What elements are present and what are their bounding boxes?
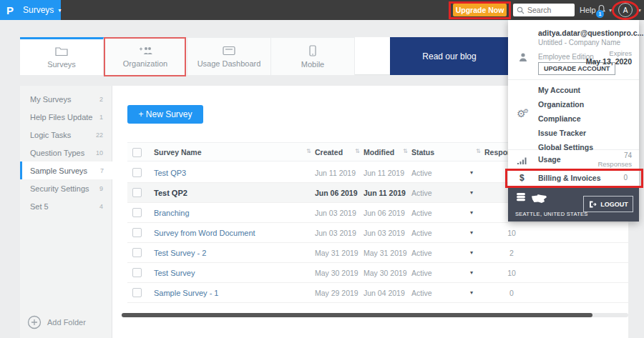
header-modified[interactable]: Modified [364, 148, 394, 156]
row-checkbox[interactable] [132, 188, 142, 197]
scrollbar-thumb[interactable] [122, 313, 592, 317]
row-checkbox[interactable] [132, 268, 142, 277]
product-menu[interactable]: P Surveys ▾ [0, 0, 61, 20]
dashboard-icon [223, 46, 235, 56]
row-checkbox[interactable] [132, 228, 142, 237]
top-bar: P Surveys ▾ Upgrade Now Help 1 ▾ A ▾ [0, 0, 644, 20]
table-row[interactable]: Sample Survey - 1 May 29 2019 Jun 04 201… [127, 283, 628, 303]
read-our-blog-button[interactable]: Read our blog [390, 37, 509, 75]
folder-count: 22 [96, 131, 103, 139]
status-value: Active [411, 249, 432, 257]
status-dropdown-caret[interactable]: ▾ [470, 269, 473, 276]
status-dropdown-caret[interactable]: ▾ [470, 209, 473, 216]
response-count: 0 [496, 289, 527, 297]
tab-label: Organization [123, 59, 167, 68]
new-survey-button[interactable]: + New Survey [127, 105, 203, 124]
folder-list: My Surveys 2 Help Files Update 1 Logic T… [20, 86, 112, 215]
bar-chart-icon [517, 156, 528, 165]
search-input[interactable] [527, 6, 572, 14]
status-dropdown-caret[interactable]: ▾ [470, 169, 473, 176]
chevron-down-icon[interactable]: ▾ [638, 7, 641, 14]
row-checkbox[interactable] [132, 168, 142, 177]
add-folder-button[interactable]: Add Folder [27, 315, 86, 329]
status-value: Active [411, 229, 432, 237]
header-status[interactable]: Status [411, 148, 434, 156]
table-row[interactable]: Survey from Word Document Jun 03 2019 Ju… [127, 223, 628, 243]
logout-icon [588, 200, 597, 209]
account-menu-item-my-account[interactable]: My Account [508, 83, 639, 97]
row-checkbox[interactable] [132, 248, 142, 257]
survey-name-link[interactable]: Test Survey [154, 269, 195, 277]
account-menu-item-issue-tracker[interactable]: Issue Tracker [508, 126, 639, 140]
billing-invoices-menu-item[interactable]: $ Billing & Invoices 0 [508, 170, 639, 188]
status-value: Active [411, 169, 432, 177]
logout-button[interactable]: LOGOUT [583, 196, 633, 212]
modified-date: Jun 11 2019 [364, 189, 406, 197]
response-count: 2 [496, 249, 527, 257]
survey-name-link[interactable]: Sample Survey - 1 [154, 289, 218, 297]
help-link[interactable]: Help [580, 6, 596, 14]
account-company: Untitled - Company Name [538, 39, 620, 46]
table-row[interactable]: Test Survey May 30 2019 May 30 2019 Acti… [127, 263, 628, 283]
sort-icon[interactable]: ⇅ [355, 148, 360, 154]
status-dropdown-caret[interactable]: ▾ [470, 229, 473, 236]
folder-label: Help Files Update [30, 113, 92, 121]
row-checkbox[interactable] [132, 208, 142, 217]
modified-date: Jun 03 2019 [364, 229, 405, 237]
avatar[interactable]: A [618, 3, 633, 17]
status-dropdown-caret[interactable]: ▾ [470, 249, 473, 256]
folder-icon [55, 46, 68, 56]
questionpro-logo: P [6, 4, 14, 16]
sort-icon[interactable]: ⇅ [476, 148, 481, 154]
survey-name-link[interactable]: Survey from Word Document [154, 229, 255, 237]
dollar-icon: $ [519, 173, 525, 183]
folder-label: My Surveys [30, 95, 71, 104]
survey-name-link[interactable]: Test QP3 [154, 169, 186, 177]
chevron-down-icon: ▾ [58, 7, 61, 14]
sidebar-folder-item[interactable]: Set 5 4 [20, 197, 112, 215]
folder-count: 7 [100, 167, 104, 174]
status-dropdown-caret[interactable]: ▾ [470, 189, 473, 196]
modified-date: Jun 06 2019 [364, 209, 405, 217]
status-dropdown-caret[interactable]: ▾ [470, 289, 473, 296]
sidebar-folder-item[interactable]: Question Types 10 [20, 144, 112, 161]
circle-plus-icon [27, 315, 42, 329]
modified-date: Jun 11 2019 [364, 169, 404, 177]
search-box[interactable] [513, 4, 575, 16]
sidebar-folder-item[interactable]: Help Files Update 1 [20, 108, 112, 126]
tab-organization[interactable]: Organization [104, 37, 187, 75]
sort-icon[interactable]: ⇅ [306, 148, 311, 154]
notification-count-badge: 1 [596, 10, 604, 18]
table-row[interactable]: Test Survey - 2 May 31 2019 May 31 2019 … [127, 243, 628, 263]
logout-label: LOGOUT [600, 201, 628, 208]
sidebar-folder-item[interactable]: Security Settings 9 [20, 179, 112, 197]
sidebar-folder-item[interactable]: Logic Tasks 22 [20, 126, 112, 144]
survey-name-link[interactable]: Test Survey - 2 [154, 249, 206, 257]
sidebar-folder-item[interactable]: My Surveys 2 [20, 90, 112, 108]
tab-mobile[interactable]: Mobile [271, 37, 355, 75]
usage-menu-item[interactable]: Usage 74 Responses [508, 150, 639, 170]
expires-label: Expires [609, 49, 632, 57]
account-dropdown-panel: aditya.datar@questionpro.c... Untitled -… [508, 20, 639, 222]
add-people-icon [138, 46, 152, 56]
tab-surveys[interactable]: Surveys [20, 37, 104, 75]
row-checkbox[interactable] [132, 288, 142, 297]
chevron-down-icon[interactable]: ▾ [609, 7, 612, 14]
sidebar-folder-item[interactable]: Sample Surveys 7 [20, 161, 112, 179]
sort-icon[interactable]: ⇅ [403, 148, 408, 154]
created-date: Jun 03 2019 [315, 229, 356, 237]
upgrade-now-button[interactable]: Upgrade Now [453, 4, 507, 16]
horizontal-scrollbar[interactable] [122, 313, 628, 317]
modified-date: Jun 04 2019 [364, 289, 405, 297]
header-survey-name[interactable]: Survey Name [154, 148, 202, 156]
account-menu-section: ⚙⚙ My AccountOrganizationComplianceIssue… [508, 80, 639, 150]
module-tabs: Surveys Organization Usage Dashboard Mob… [20, 37, 390, 75]
survey-name-link[interactable]: Test QP2 [154, 189, 187, 197]
survey-name-link[interactable]: Branching [154, 209, 190, 217]
usa-map-icon [531, 194, 547, 204]
tab-usage-dashboard[interactable]: Usage Dashboard [187, 37, 271, 75]
created-date: May 30 2019 [315, 269, 358, 277]
select-all-checkbox[interactable] [132, 148, 142, 157]
expires-date: May 13, 2020 [586, 57, 632, 66]
header-created[interactable]: Created [315, 148, 343, 156]
